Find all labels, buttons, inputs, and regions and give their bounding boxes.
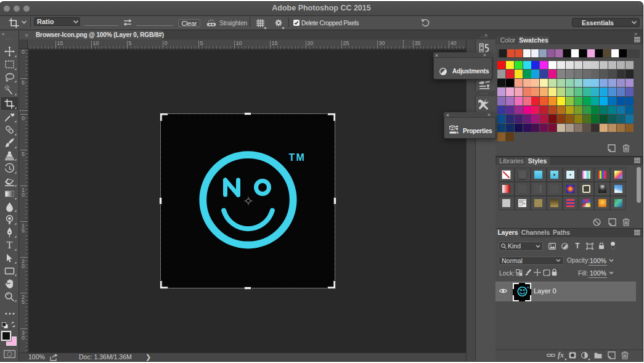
svg-text:T: T [7, 240, 13, 250]
svg-text:TM: TM [527, 287, 530, 289]
